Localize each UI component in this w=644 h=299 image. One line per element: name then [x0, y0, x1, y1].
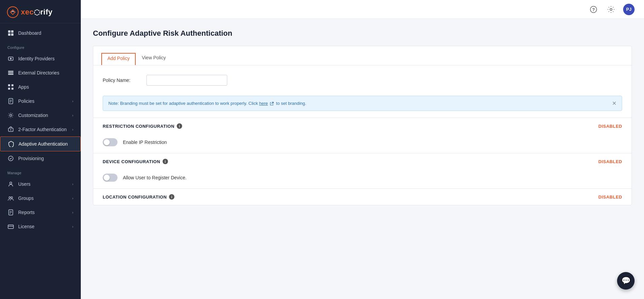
content-area: Configure Adaptive Risk Authentication A…	[81, 19, 644, 299]
customization-icon	[7, 112, 14, 119]
device-toggle-row: Allow User to Register Device.	[93, 170, 632, 188]
sidebar-item-groups[interactable]: Groups ›	[0, 191, 81, 205]
chevron-icon: ›	[72, 210, 73, 214]
svg-point-33	[610, 8, 612, 10]
sidebar-item-label: License	[18, 224, 72, 229]
main-content: ? PJ Configure Adaptive Risk Authenticat…	[81, 0, 644, 299]
sidebar-item-users[interactable]: Users ›	[0, 177, 81, 191]
tab-view-policy[interactable]: View Policy	[136, 52, 172, 65]
svg-rect-8	[8, 72, 13, 73]
dashboard-icon	[7, 30, 14, 36]
restriction-toggle-row: Enable IP Restriction	[93, 134, 632, 153]
tabs: Add Policy View Policy	[93, 46, 632, 65]
restriction-status: DISABLED	[599, 124, 622, 129]
sidebar-item-reports[interactable]: Reports ›	[0, 205, 81, 219]
sidebar-item-policies[interactable]: Policies ›	[0, 94, 81, 108]
2fa-icon	[7, 126, 14, 133]
chevron-icon: ›	[72, 225, 73, 229]
svg-point-22	[10, 182, 12, 184]
location-status: DISABLED	[599, 195, 622, 200]
sidebar: xec◌rify Dashboard Configure Identity Pr…	[0, 0, 81, 299]
reports-icon	[7, 209, 14, 216]
logo: xec◌rify	[0, 0, 81, 23]
sidebar-item-label: 2-Factor Authentication	[18, 127, 72, 132]
help-button[interactable]: ?	[588, 4, 599, 15]
provisioning-icon	[7, 155, 14, 162]
svg-rect-11	[11, 84, 13, 86]
chevron-icon: ›	[72, 182, 73, 186]
svg-point-0	[7, 7, 18, 18]
svg-rect-2	[11, 30, 13, 33]
device-config-header: DEVICE CONFIGURATION i DISABLED	[93, 153, 632, 170]
form-area: Policy Name:	[93, 65, 632, 96]
svg-rect-1	[8, 30, 10, 33]
svg-rect-10	[8, 84, 10, 86]
sidebar-item-2fa[interactable]: 2-Factor Authentication ›	[0, 122, 81, 137]
restriction-info-icon[interactable]: i	[177, 123, 182, 129]
sidebar-item-license[interactable]: License ›	[0, 219, 81, 234]
apps-icon	[7, 84, 14, 90]
logo-icon	[7, 6, 19, 18]
ip-restriction-label: Enable IP Restriction	[123, 140, 167, 145]
policy-name-label: Policy Name:	[103, 78, 146, 83]
adaptive-auth-icon	[8, 141, 14, 147]
sidebar-item-label: Customization	[18, 113, 72, 118]
policy-name-input[interactable]	[146, 75, 227, 86]
sidebar-item-provisioning[interactable]: Provisioning	[0, 151, 81, 166]
users-icon	[7, 181, 14, 187]
topbar: ? PJ	[81, 0, 644, 19]
location-info-icon[interactable]: i	[169, 194, 174, 200]
settings-button[interactable]	[606, 4, 616, 15]
identity-providers-icon	[7, 55, 14, 62]
sidebar-item-label: Reports	[18, 210, 72, 215]
sidebar-item-label: Dashboard	[18, 30, 73, 36]
ip-restriction-toggle[interactable]	[103, 138, 117, 146]
info-close-button[interactable]: ✕	[612, 100, 616, 107]
policy-name-row: Policy Name:	[103, 75, 622, 86]
groups-icon	[7, 195, 14, 202]
sidebar-item-label: Policies	[18, 98, 72, 104]
chevron-icon: ›	[72, 99, 73, 103]
info-banner-link[interactable]: here	[259, 101, 268, 106]
device-registration-toggle[interactable]	[103, 174, 117, 182]
svg-rect-13	[11, 88, 13, 90]
manage-section-label: Manage	[0, 166, 81, 177]
restriction-config-header: RESTRICTION CONFIGURATION i DISABLED	[93, 118, 632, 134]
sidebar-item-label: Identity Providers	[18, 56, 73, 61]
restriction-config-title: RESTRICTION CONFIGURATION i	[103, 123, 182, 129]
svg-point-18	[10, 114, 12, 116]
external-directories-icon	[7, 69, 14, 76]
sidebar-item-label: Groups	[18, 196, 72, 201]
svg-point-6	[10, 58, 12, 60]
svg-rect-29	[8, 225, 13, 229]
svg-rect-9	[8, 74, 13, 75]
sidebar-item-identity-providers[interactable]: Identity Providers	[0, 52, 81, 66]
svg-text:?: ?	[592, 7, 595, 12]
location-config-header: LOCATION CONFIGURATION i DISABLED	[93, 188, 632, 205]
sidebar-item-customization[interactable]: Customization ›	[0, 108, 81, 122]
svg-point-20	[10, 129, 11, 130]
sidebar-item-apps[interactable]: Apps	[0, 80, 81, 94]
info-banner-text: Note: Branding must be set for adaptive …	[108, 101, 306, 106]
sidebar-item-label: Adaptive Authentication	[19, 141, 73, 147]
device-info-icon[interactable]: i	[163, 159, 168, 164]
svg-rect-7	[8, 71, 13, 72]
license-icon	[7, 223, 14, 230]
sidebar-item-label: Provisioning	[18, 156, 73, 161]
svg-point-23	[9, 197, 11, 199]
svg-rect-12	[8, 88, 10, 90]
chat-fab-button[interactable]: 💬	[617, 272, 635, 290]
svg-rect-3	[8, 33, 10, 36]
sidebar-item-adaptive-auth[interactable]: Adaptive Authentication	[0, 137, 81, 151]
device-config-title: DEVICE CONFIGURATION i	[103, 159, 168, 164]
sidebar-item-label: Apps	[18, 84, 73, 90]
sidebar-item-dashboard[interactable]: Dashboard	[0, 26, 81, 40]
sidebar-item-external-directories[interactable]: External Directories	[0, 66, 81, 80]
chevron-icon: ›	[72, 113, 73, 117]
tab-add-policy[interactable]: Add Policy	[101, 53, 136, 65]
location-config-title: LOCATION CONFIGURATION i	[103, 194, 174, 200]
sidebar-item-label: External Directories	[18, 70, 73, 76]
device-toggle-label: Allow User to Register Device.	[123, 175, 187, 180]
user-avatar[interactable]: PJ	[623, 4, 635, 15]
page-title: Configure Adaptive Risk Authentication	[93, 29, 632, 38]
